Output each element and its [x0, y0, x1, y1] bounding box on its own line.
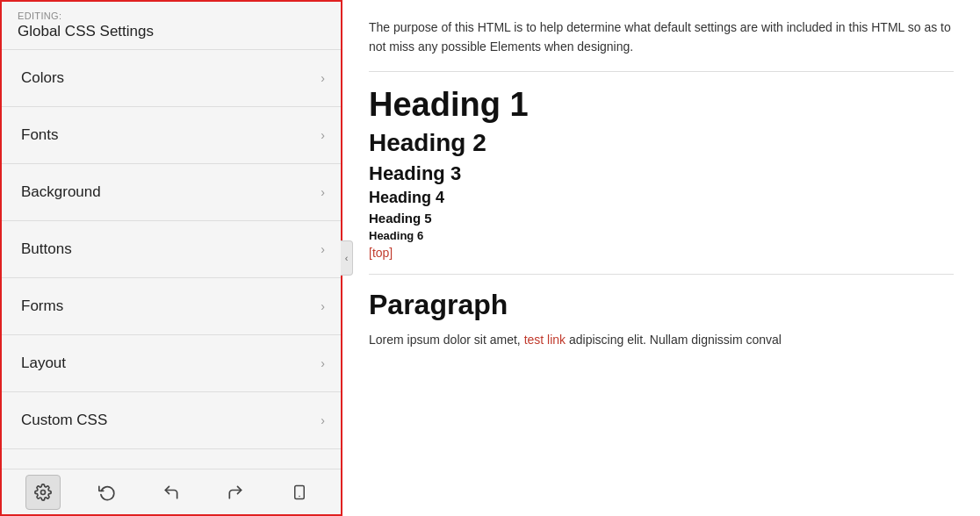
mobile-button[interactable]	[282, 475, 317, 510]
intro-text: The purpose of this HTML is to help dete…	[369, 18, 954, 72]
heading-2: Heading 2	[369, 129, 954, 157]
para-text-2: adipiscing elit. Nullam dignissim conval	[566, 333, 782, 347]
mobile-icon	[292, 484, 307, 501]
redo-button[interactable]	[218, 475, 253, 510]
heading-3: Heading 3	[369, 162, 954, 185]
chevron-right-icon: ›	[321, 242, 325, 256]
undo-button[interactable]	[154, 475, 189, 510]
sidebar-item-buttons[interactable]: Buttons ›	[2, 221, 341, 278]
heading-1: Heading 1	[369, 86, 954, 124]
headings-section: Heading 1 Heading 2 Heading 3 Heading 4 …	[369, 86, 954, 242]
sidebar-item-fonts[interactable]: Fonts ›	[2, 107, 341, 164]
undo-icon	[162, 484, 180, 501]
top-link[interactable]: [top]	[369, 246, 954, 260]
redo-icon	[227, 484, 244, 501]
svg-point-0	[40, 490, 45, 494]
editing-label: EDITING:	[18, 11, 325, 21]
paragraph-title: Paragraph	[369, 289, 954, 321]
chevron-right-icon: ›	[321, 299, 325, 313]
heading-5: Heading 5	[369, 211, 954, 226]
sidebar-item-forms[interactable]: Forms ›	[2, 278, 341, 335]
sidebar-item-label: Background	[21, 183, 101, 201]
paragraph-text: Lorem ipsum dolor sit amet, test link ad…	[369, 330, 954, 351]
chevron-right-icon: ›	[321, 185, 325, 199]
chevron-right-icon: ›	[321, 71, 325, 85]
sidebar: EDITING: Global CSS Settings Colors › Fo…	[0, 0, 342, 516]
history-button[interactable]	[90, 475, 125, 510]
paragraph-section: Paragraph Lorem ipsum dolor sit amet, te…	[369, 289, 954, 351]
chevron-right-icon: ›	[321, 413, 325, 427]
gear-icon	[34, 484, 52, 501]
collapse-handle[interactable]: ‹	[341, 240, 353, 276]
sidebar-item-label: Buttons	[21, 240, 72, 258]
sidebar-item-background[interactable]: Background ›	[2, 164, 341, 221]
sidebar-item-label: Colors	[21, 69, 64, 87]
chevron-right-icon: ›	[321, 356, 325, 370]
test-link[interactable]: test link	[524, 333, 566, 347]
sidebar-item-label: Fonts	[21, 126, 59, 144]
sidebar-item-colors[interactable]: Colors ›	[2, 50, 341, 107]
section-divider	[369, 274, 954, 275]
sidebar-title: Global CSS Settings	[18, 23, 154, 39]
sidebar-header: EDITING: Global CSS Settings	[2, 2, 341, 50]
heading-6: Heading 6	[369, 229, 954, 242]
para-text-1: Lorem ipsum dolor sit amet,	[369, 333, 524, 347]
sidebar-item-layout[interactable]: Layout ›	[2, 335, 341, 392]
sidebar-toolbar	[2, 469, 341, 514]
sidebar-menu: Colors › Fonts › Background › Buttons › …	[2, 50, 341, 469]
chevron-right-icon: ›	[321, 128, 325, 142]
history-icon	[98, 484, 116, 501]
sidebar-item-label: Custom CSS	[21, 412, 107, 429]
sidebar-item-label: Forms	[21, 297, 63, 315]
sidebar-item-custom-css[interactable]: Custom CSS ›	[2, 392, 341, 449]
sidebar-item-label: Layout	[21, 355, 66, 372]
settings-button[interactable]	[25, 475, 61, 510]
main-content: The purpose of this HTML is to help dete…	[342, 0, 980, 516]
heading-4: Heading 4	[369, 189, 954, 207]
